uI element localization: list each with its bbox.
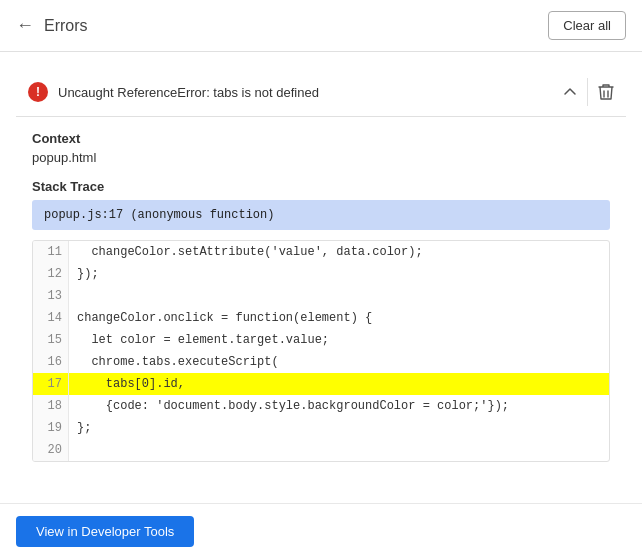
line-content: }); [69,263,107,285]
error-icon: ! [28,82,48,102]
line-number: 14 [33,307,69,329]
line-number: 11 [33,241,69,263]
footer: View in Developer Tools [0,503,642,559]
context-label: Context [32,131,610,146]
line-number: 15 [33,329,69,351]
header: ← Errors Clear all [0,0,642,52]
line-number: 12 [33,263,69,285]
line-number: 17 [33,373,69,395]
line-content: }; [69,417,99,439]
line-content: tabs[0].id, [69,373,193,395]
code-block: 11 changeColor.setAttribute('value', dat… [32,240,610,462]
line-number: 16 [33,351,69,373]
line-content [69,285,85,307]
code-line: 16 chrome.tabs.executeScript( [33,351,609,373]
line-content: changeColor.setAttribute('value', data.c… [69,241,431,263]
line-content: changeColor.onclick = function(element) … [69,307,380,329]
line-number: 13 [33,285,69,307]
error-header-left: ! Uncaught ReferenceError: tabs is not d… [28,82,319,102]
line-number: 19 [33,417,69,439]
view-devtools-button[interactable]: View in Developer Tools [16,516,194,547]
divider [587,78,588,106]
code-line: 13 [33,285,609,307]
code-line: 11 changeColor.setAttribute('value', dat… [33,241,609,263]
stack-trace-label: Stack Trace [32,179,610,194]
context-value: popup.html [32,150,610,165]
stack-trace-value: popup.js:17 (anonymous function) [32,200,610,230]
error-header-right [563,78,614,106]
header-left: ← Errors [16,15,88,36]
code-line: 15 let color = element.target.value; [33,329,609,351]
back-button[interactable]: ← [16,15,34,36]
line-content: {code: 'document.body.style.backgroundCo… [69,395,517,417]
collapse-icon[interactable] [563,85,577,99]
line-number: 20 [33,439,69,461]
code-line: 14changeColor.onclick = function(element… [33,307,609,329]
page-title: Errors [44,17,88,35]
code-block-inner[interactable]: 11 changeColor.setAttribute('value', dat… [33,241,609,461]
code-line: 12}); [33,263,609,285]
code-line: 17 tabs[0].id, [33,373,609,395]
code-line: 20 [33,439,609,461]
line-content: let color = element.target.value; [69,329,337,351]
error-message: Uncaught ReferenceError: tabs is not def… [58,85,319,100]
clear-all-button[interactable]: Clear all [548,11,626,40]
line-content: chrome.tabs.executeScript( [69,351,287,373]
code-line: 19}; [33,417,609,439]
code-line: 18 {code: 'document.body.style.backgroun… [33,395,609,417]
error-panel: ! Uncaught ReferenceError: tabs is not d… [16,68,626,462]
line-number: 18 [33,395,69,417]
error-header-row: ! Uncaught ReferenceError: tabs is not d… [16,68,626,117]
delete-icon[interactable] [598,83,614,101]
line-content [69,439,85,461]
